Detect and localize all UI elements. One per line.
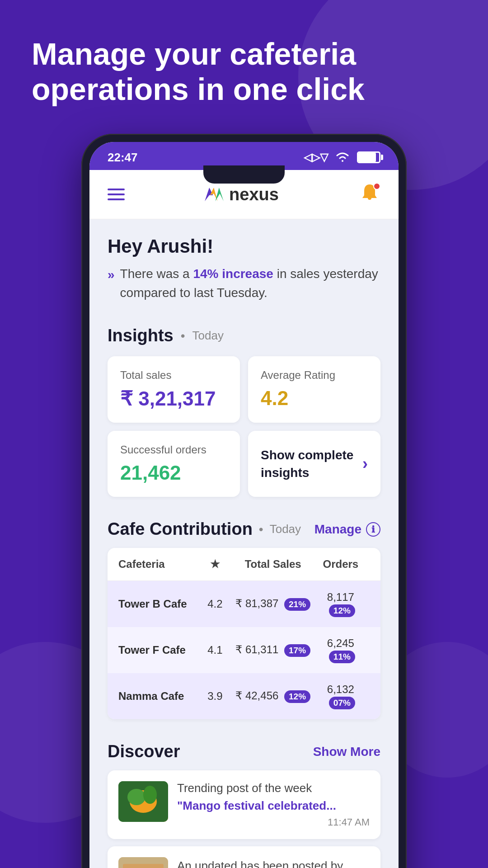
cafe-table: Cafeteria ★ Total Sales Orders Tower B C… [108, 548, 380, 719]
show-insights-chevron-icon: › [362, 454, 368, 473]
greeting-prefix: There was a [120, 267, 193, 281]
orders-value-3: 6,132 [327, 683, 354, 695]
table-row: Tower B Cafe 4.2 ₹ 81,387 21% 8,117 12% [108, 581, 380, 627]
cafe-sales-3: ₹ 42,456 12% [235, 689, 312, 703]
col-orders: Orders [312, 558, 370, 571]
average-rating-card: Average Rating 4.2 [248, 356, 380, 423]
cafe-name-3: Namma Cafe [118, 690, 196, 703]
insights-section: Insights • Today Total sales ₹ 3,21,317 … [89, 317, 399, 510]
nexus-logo-icon [205, 188, 224, 201]
phone-screen: 22:47 ◁▷▽ [89, 142, 399, 868]
discover-section: Discover Show More [89, 733, 399, 868]
logo-text: nexus [229, 185, 279, 204]
manage-button[interactable]: Manage ℹ [314, 522, 380, 537]
cafe-orders-2: 6,245 11% [312, 637, 370, 663]
phone-frame: 22:47 ◁▷▽ [81, 134, 407, 868]
greeting-message: » There was a 14% increase in sales yest… [108, 264, 380, 302]
show-insights-text: Show complete insights [261, 446, 362, 481]
sales-value-1: ₹ 81,387 [235, 597, 278, 609]
hamburger-line-1 [108, 189, 125, 190]
chevron-double-icon: » [108, 265, 115, 284]
discover-content-1: Trending post of the week "Mango festiva… [177, 781, 370, 828]
status-time: 22:47 [108, 151, 138, 165]
cafe-sales-2: ₹ 61,311 17% [235, 643, 312, 657]
discover-title: Discover [108, 742, 180, 761]
discover-content-2: An updated has been posted by user's nam… [177, 857, 370, 868]
insights-title: Insights [108, 326, 174, 345]
total-sales-label: Total sales [120, 369, 227, 382]
insights-grid: Total sales ₹ 3,21,317 Average Rating 4.… [108, 356, 380, 497]
sales-badge-1: 21% [284, 598, 310, 611]
show-more-button[interactable]: Show More [313, 745, 380, 759]
cafe-name-2: Tower F Cafe [118, 644, 196, 656]
svg-rect-9 [123, 864, 164, 868]
discover-header: Discover Show More [108, 742, 380, 761]
discover-trending-label: Trending post of the week [177, 781, 370, 795]
show-insights-button[interactable]: Show complete insights › [248, 431, 380, 497]
average-rating-label: Average Rating [261, 369, 368, 382]
insights-dot: • [181, 329, 185, 343]
greeting-text: There was a 14% increase in sales yester… [120, 264, 380, 302]
bell-button[interactable] [359, 183, 380, 206]
svg-point-6 [143, 786, 157, 804]
col-total-sales: Total Sales [235, 558, 312, 571]
hamburger-line-2 [108, 193, 125, 195]
cafe-dot: • [259, 522, 263, 537]
discover-update-text: An updated has been posted by user's nam… [177, 857, 370, 868]
successful-orders-label: Successful orders [120, 443, 227, 456]
average-rating-value: 4.2 [261, 387, 368, 410]
insights-header: Insights • Today [108, 326, 380, 345]
table-row: Namma Cafe 3.9 ₹ 42,456 12% 6,132 07% [108, 673, 380, 719]
successful-orders-value: 21,462 [120, 462, 227, 484]
cafe-orders-3: 6,132 07% [312, 683, 370, 709]
phone-wrapper: 22:47 ◁▷▽ [0, 134, 488, 868]
cafe-rating-2: 4.1 [196, 644, 235, 656]
cafe-orders-1: 8,117 12% [312, 591, 370, 617]
cafe-rating-3: 3.9 [196, 690, 235, 703]
svg-marker-2 [216, 188, 224, 201]
col-star: ★ [196, 558, 235, 571]
cafe-sales-1: ₹ 81,387 21% [235, 597, 312, 611]
total-sales-value: ₹ 3,21,317 [120, 387, 227, 410]
info-icon: ℹ [366, 522, 380, 537]
successful-orders-card: Successful orders 21,462 [108, 431, 240, 497]
discover-card-update[interactable]: An updated has been posted by user's nam… [108, 846, 380, 868]
hamburger-button[interactable] [108, 189, 125, 200]
insights-subtitle: Today [192, 329, 224, 343]
sales-badge-2: 17% [284, 644, 310, 657]
greeting-title: Hey Arushi! [108, 236, 380, 257]
discover-thumb-1 [118, 781, 168, 822]
orders-badge-2: 11% [329, 651, 355, 663]
sales-value-3: ₹ 42,456 [235, 689, 278, 702]
orders-value-1: 8,117 [327, 591, 354, 603]
svg-point-5 [127, 789, 145, 805]
discover-time-1: 11:47 AM [177, 816, 370, 828]
sales-value-2: ₹ 61,311 [235, 643, 278, 656]
cafe-table-header: Cafeteria ★ Total Sales Orders [108, 548, 380, 581]
cafe-rating-1: 4.2 [196, 598, 235, 610]
cafe-name-1: Tower B Cafe [118, 598, 196, 610]
orders-badge-3: 07% [329, 697, 355, 709]
discover-thumb-2 [118, 857, 168, 868]
greeting-section: Hey Arushi! » There was a 14% increase i… [89, 219, 399, 317]
app-content: nexus Hey Arushi! » [89, 170, 399, 868]
col-cafeteria: Cafeteria [118, 558, 196, 571]
total-sales-card: Total sales ₹ 3,21,317 [108, 356, 240, 423]
orders-badge-1: 12% [329, 604, 355, 617]
cafe-subtitle: Today [270, 522, 301, 536]
sales-badge-3: 12% [284, 690, 310, 703]
orders-value-2: 6,245 [327, 637, 354, 649]
hero-title: Manage your cafeteria operations in one … [0, 0, 488, 129]
table-row: Tower F Cafe 4.1 ₹ 61,311 17% 6,245 11% [108, 627, 380, 673]
hamburger-line-3 [108, 198, 125, 200]
cafe-contribution-title: Cafe Contribution [108, 519, 253, 539]
discover-trending-link: "Mango festival celebrated... [177, 799, 370, 813]
cafe-contribution-section: Cafe Contribution • Today Manage ℹ Cafet… [89, 510, 399, 733]
logo-area: nexus [205, 185, 279, 204]
greeting-highlight: 14% increase [193, 267, 273, 281]
cafe-header-left: Cafe Contribution • Today [108, 519, 301, 539]
wifi-signal [334, 150, 351, 165]
battery-icon [357, 151, 380, 163]
discover-card-trending[interactable]: Trending post of the week "Mango festiva… [108, 770, 380, 839]
status-right: ◁▷▽ [304, 150, 380, 165]
